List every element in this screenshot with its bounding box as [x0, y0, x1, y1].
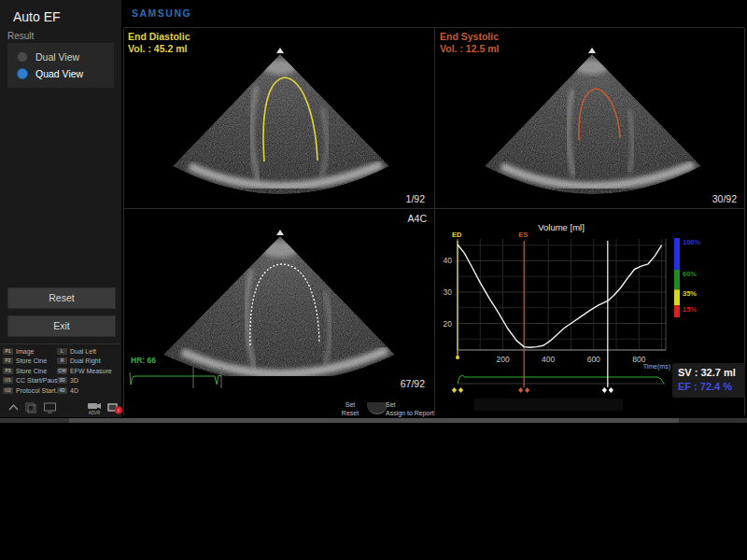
monitor-icon[interactable]: [43, 401, 58, 414]
marker-diamond-handle[interactable]: [452, 387, 457, 393]
softkey-protocol-start-[interactable]: U2Protocol Start...: [3, 385, 57, 395]
advr-label: ADVR: [89, 411, 101, 415]
softkey-efw-measure[interactable]: CWEFW Measure: [57, 366, 120, 375]
x-tick-label: 200: [496, 355, 509, 364]
softkey-badge: P2: [3, 357, 13, 364]
view-option-dual-view[interactable]: Dual View: [7, 49, 114, 65]
apex-caret-marker: [276, 230, 284, 235]
exit-button[interactable]: Exit: [7, 315, 116, 337]
cine-progress-strip: [474, 399, 623, 411]
a4c-cine-panel[interactable]: A4C HR: 66 67/92: [124, 210, 432, 415]
apex-caret-marker: [588, 48, 596, 53]
colorbar-segment: [674, 305, 680, 317]
advr-recorder-icon[interactable]: ADVR: [86, 401, 103, 415]
ED-marker-label: ED: [452, 231, 462, 239]
y-tick-label: 40: [444, 256, 453, 265]
softkey-column-left: P1ImageP2Store CineP3Store CineU1CC Star…: [3, 346, 57, 396]
marker-diamond-handle[interactable]: [525, 387, 529, 393]
reset-button[interactable]: Reset: [7, 287, 116, 309]
softkey-column-right: LDual LeftRDual RightCWEFW Measure3D3D4D…: [57, 346, 120, 396]
end-systolic-image-panel[interactable]: End Systolic Vol. : 12.5 ml 30/92: [436, 28, 744, 207]
marker-diamond-handle[interactable]: [602, 387, 607, 393]
radio-icon: [17, 51, 28, 63]
end-systolic-volume: Vol. : 12.5 ml: [440, 43, 499, 55]
softkey-badge: P3: [3, 368, 13, 374]
page-title: Auto EF: [13, 9, 61, 24]
softkey-label: Store Cine: [16, 357, 47, 364]
colorbar-label: 60%: [683, 270, 697, 278]
divider: [744, 28, 745, 415]
view-mode-radio-group: Dual ViewQuad View: [7, 43, 114, 88]
softkey-badge: P1: [3, 348, 13, 355]
softkey-label: 3D: [70, 377, 78, 384]
softkey-image[interactable]: P1Image: [3, 346, 57, 356]
ultrasound-image-a4c: [124, 210, 432, 376]
colorbar-label: 15%: [683, 305, 697, 314]
result-section-label: Result: [7, 31, 34, 41]
softkey-dual-right[interactable]: RDual Right: [57, 357, 120, 366]
view-option-quad-view[interactable]: Quad View: [7, 65, 114, 82]
softkey-badge: U2: [3, 387, 13, 394]
softkey-badge: 3D: [57, 377, 67, 384]
volume-chart-panel: Volume [ml]203040200400600800Time(ms)EDE…: [436, 210, 744, 415]
divider: [124, 208, 744, 209]
x-axis-label: Time(ms): [643, 363, 670, 371]
results-box: SV : 32.7 ml EF : 72.4 %: [672, 363, 745, 398]
apex-caret-marker: [276, 48, 284, 53]
softkey-3d[interactable]: 3D3D: [57, 376, 120, 385]
set-assign-to-report-control[interactable]: SetAssign to Report: [386, 401, 460, 417]
frame-counter: 1/92: [406, 193, 425, 204]
marker-diamond-handle[interactable]: [518, 387, 523, 393]
colorbar-segment: [674, 289, 680, 305]
softkey-badge: 4D: [57, 387, 67, 394]
auto-ef-screen: Auto EF Result Dual ViewQuad View Reset …: [0, 0, 747, 560]
softkey-cc-start-pause[interactable]: U1CC Start/Pause: [3, 376, 57, 385]
softkey-label: Dual Right: [70, 357, 101, 364]
softkey-badge: U1: [3, 377, 13, 384]
end-diastolic-title: End Diastolic Vol. : 45.2 ml: [128, 31, 190, 55]
x-tick-label: 600: [587, 355, 600, 364]
marker-diamond-handle[interactable]: [458, 387, 463, 393]
storage-alert-icon[interactable]: !: [106, 401, 123, 415]
softkey-4d[interactable]: 4D4D: [57, 385, 120, 395]
frame-counter: 67/92: [401, 378, 425, 389]
divider: [434, 28, 435, 415]
softkey-store-cine[interactable]: P3Store Cine: [3, 366, 57, 375]
softkey-badge: CW: [57, 368, 67, 374]
stroke-volume-value: SV : 32.7 ml: [678, 366, 745, 380]
chart-title: Volume [ml]: [538, 222, 585, 232]
ecg-mini-trace: [458, 375, 664, 384]
bottom-bar-segment: [0, 418, 69, 423]
end-diastolic-volume: Vol. : 45.2 ml: [128, 43, 190, 55]
status-tray: ADVR !: [4, 401, 120, 416]
softkey-label: Dual Left: [70, 348, 96, 355]
colorbar-segment: [674, 270, 680, 289]
y-tick-label: 20: [444, 319, 453, 329]
softkey-dual-left[interactable]: LDual Left: [57, 346, 120, 356]
ecg-trace: [127, 364, 230, 392]
set-reset-control[interactable]: SetReset: [334, 401, 366, 417]
volume-curve: [458, 245, 662, 347]
softkey-label: Protocol Start...: [16, 387, 61, 394]
softkey-label: CC Start/Pause: [16, 377, 62, 384]
colorbar-label: 100%: [683, 238, 701, 246]
radio-icon: [17, 68, 28, 79]
colorbar-label: 35%: [683, 289, 697, 298]
colorbar-segment: [674, 238, 680, 270]
bottom-bar-segment: [679, 418, 747, 423]
radio-label: Dual View: [35, 51, 79, 63]
chevron-up-icon[interactable]: [7, 401, 20, 414]
bottom-scrollbar[interactable]: [69, 418, 679, 423]
softkey-label: Image: [16, 348, 34, 355]
radio-label: Quad View: [35, 68, 83, 79]
x-tick-label: 400: [542, 355, 555, 364]
ES-marker-label: ES: [518, 231, 528, 239]
divider: [0, 343, 121, 344]
softkey-store-cine[interactable]: P2Store Cine: [3, 357, 57, 366]
end-diastolic-image-panel[interactable]: End Diastolic Vol. : 45.2 ml 1/92: [124, 28, 432, 207]
marker-diamond-handle[interactable]: [609, 387, 613, 393]
copy-pages-icon[interactable]: [24, 401, 37, 414]
view-label-a4c: A4C: [408, 213, 427, 224]
samsung-logo: SAMSUNG: [132, 7, 191, 19]
ejection-fraction-value: EF : 72.4 %: [678, 380, 745, 394]
